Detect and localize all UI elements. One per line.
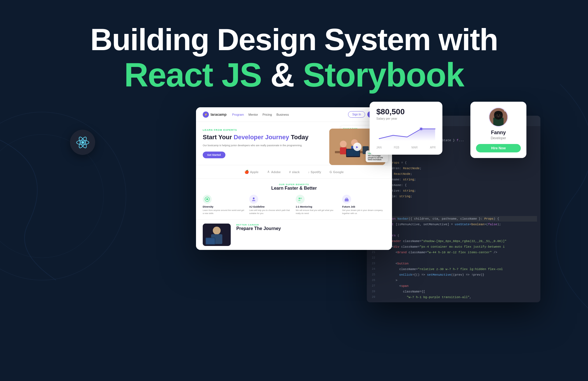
hero-title-purple: Developer Journey xyxy=(234,134,289,141)
svg-rect-25 xyxy=(206,238,215,244)
learn-label: LEARN FROM EXPERTS xyxy=(203,129,324,131)
laracamp-screenshot: ⚡ laracamp Program Mentor Pricing Busine… xyxy=(196,107,392,250)
salary-amount: $80,500 xyxy=(376,107,436,116)
svg-point-26 xyxy=(81,141,84,144)
svg-point-8 xyxy=(363,140,369,146)
google-icon: G xyxy=(330,170,332,174)
benefit-mentoring: 1-1 Mentoring We will ensure that you wi… xyxy=(296,195,339,215)
hero-description: Our bootcamp is helping junior developer… xyxy=(203,144,324,148)
lara-hero-left: LEARN FROM EXPERTS Start Your Developer … xyxy=(203,129,324,165)
code-line: <header className="shadow-[0px_6px_60px_… xyxy=(381,238,537,244)
code-line: type Props = { xyxy=(381,160,537,166)
code-line: <span xyxy=(381,283,537,289)
and-text: & xyxy=(270,56,303,94)
signin-button[interactable]: Sign In xyxy=(348,111,365,118)
code-line xyxy=(381,210,537,216)
future-job-icon xyxy=(342,195,351,204)
bottom-image: L xyxy=(203,224,231,246)
svg-rect-20 xyxy=(346,198,347,199)
hire-now-button[interactable]: Hire Now xyxy=(476,144,521,152)
play-button[interactable]: ▶ xyxy=(353,143,361,151)
slack-icon: # xyxy=(289,170,291,174)
code-line: onClick={() => setMenuActive((prev) => !… xyxy=(381,272,537,278)
svg-point-4 xyxy=(340,141,347,147)
benefit-future-job: Future Job Get your dream job in your dr… xyxy=(342,195,385,215)
code-line: children: ReactNode; xyxy=(381,166,537,171)
code-line: active: string; xyxy=(381,188,537,194)
mentoring-icon xyxy=(296,195,305,204)
hero-title: Start Your Developer Journey Today xyxy=(203,134,324,141)
title-line2: React JS & Storybook xyxy=(90,56,498,93)
nav-business[interactable]: Business xyxy=(276,113,289,116)
code-line: className={[ xyxy=(381,289,537,294)
lara-logo-icon: ⚡ xyxy=(203,111,209,118)
react-icon xyxy=(70,130,95,155)
code-line: }; xyxy=(381,205,537,210)
lara-nav-links: Program Mentor Pricing Business xyxy=(232,113,342,116)
storybook-text: Storybook xyxy=(303,56,464,94)
brand-google: G Google xyxy=(330,170,344,174)
svg-point-36 xyxy=(499,115,500,115)
brand-apple: 🍎 Apple xyxy=(244,170,259,174)
nav-mentor[interactable]: Mentor xyxy=(248,113,258,116)
code-line: function Navbar({ children, cta, pathnam… xyxy=(381,216,537,222)
code-line: }; xyxy=(381,199,537,205)
bottom-text: BETTER CAREER Prepare The Journey xyxy=(236,224,385,246)
brand-spotify: ♪ Spotify xyxy=(308,170,321,174)
svg-point-35 xyxy=(497,115,498,115)
benefit-diversity: Diversity Learn from anyone around the w… xyxy=(203,195,246,215)
editor-content: 12345 678910 1112131415 1617181920 21222… xyxy=(367,135,540,302)
lara-brands: 🍎 Apple Ａ Adobe # slack ♪ Spotify G G xyxy=(196,165,392,178)
salary-card: $80,500 Salary per year xyxy=(370,102,442,155)
react-icon-float xyxy=(70,130,95,155)
benefit-aj-guideline: AJ Guideline Lara will help you to choos… xyxy=(249,195,292,215)
avatar-badge: ✓ xyxy=(504,107,508,112)
code-line: > xyxy=(381,278,537,283)
svg-point-15 xyxy=(206,198,208,200)
nav-pricing[interactable]: Pricing xyxy=(263,113,272,116)
code-line: cta: ReactNode; xyxy=(381,171,537,177)
code-lines: import { Children, ReactNode, useState }… xyxy=(377,135,540,302)
benefits-header: OUR SUPER BENEFITS Learn Faster & Better xyxy=(203,183,385,191)
spotify-icon: ♪ xyxy=(308,170,310,174)
hero-title-plain: Start Your xyxy=(203,134,234,141)
react-js-text: React JS xyxy=(124,56,262,94)
profile-role: Developer xyxy=(491,136,506,140)
code-line: const [isMenuActive, setMenuActive] = us… xyxy=(381,222,537,227)
get-started-button[interactable]: Get Started xyxy=(203,152,225,158)
diversity-icon xyxy=(203,195,212,204)
month-jan: JAN xyxy=(376,146,382,149)
lara-hero: LEARN FROM EXPERTS Start Your Developer … xyxy=(196,122,392,165)
code-line: <Brand className="w-44 h-10 mr-12 flex i… xyxy=(381,250,537,255)
apple-icon: 🍎 xyxy=(244,170,249,174)
lara-bottom: L BETTER CAREER Prepare The Journey xyxy=(196,219,392,250)
main-title: Building Design System with React JS & S… xyxy=(90,22,498,93)
month-apr: APR xyxy=(430,146,436,149)
adobe-icon: Ａ xyxy=(267,170,270,174)
hero-title-rest: Today xyxy=(291,134,309,141)
aj-guideline-icon xyxy=(249,195,258,204)
profile-name: Fanny xyxy=(491,130,506,136)
month-feb: FEB xyxy=(394,146,399,149)
month-mar: MAR xyxy=(412,146,418,149)
svg-point-18 xyxy=(300,198,302,199)
code-line: return ( xyxy=(381,233,537,238)
code-line: <button xyxy=(381,261,537,266)
svg-point-16 xyxy=(253,198,255,199)
code-line: "w-7 h-1 bg-purple transition-all", xyxy=(381,294,537,300)
title-line1: Building Design System with xyxy=(90,22,498,56)
brand-slack: # slack xyxy=(289,170,300,174)
svg-rect-5 xyxy=(340,147,347,154)
code-line: pathname: string; xyxy=(381,177,537,182)
profile-card: ✓ Fanny Developer Hire Now xyxy=(470,102,526,158)
code-line: idle: string; xyxy=(381,194,537,199)
nav-program[interactable]: Program xyxy=(232,113,244,116)
svg-point-22 xyxy=(213,227,221,234)
salary-months: JAN FEB MAR APR xyxy=(376,146,436,149)
benefits-grid: Diversity Learn from anyone around the w… xyxy=(203,195,385,215)
code-line xyxy=(381,227,537,233)
brand-adobe: Ａ Adobe xyxy=(267,170,281,174)
lara-logo: ⚡ laracamp xyxy=(203,111,227,118)
code-line: className: { xyxy=(381,182,537,188)
svg-point-17 xyxy=(299,198,300,199)
